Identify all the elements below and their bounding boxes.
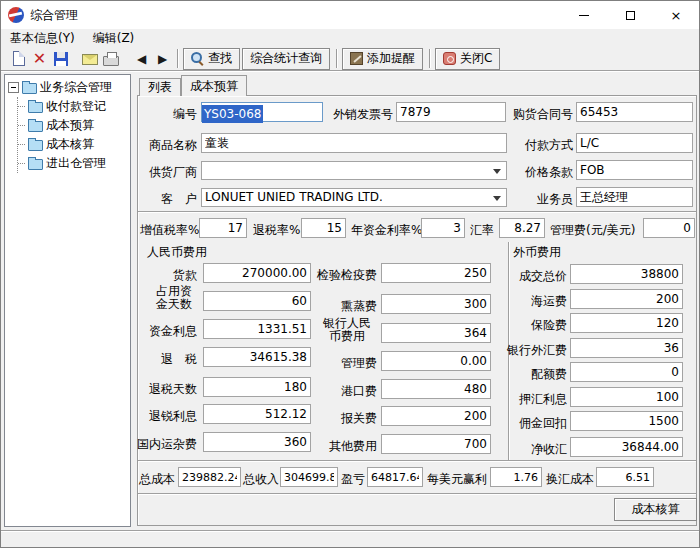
menu-edit[interactable]: 编辑(Z) (84, 30, 144, 47)
cost-accounting-button[interactable]: 成本核算 (614, 498, 697, 521)
price-terms-input[interactable] (576, 160, 693, 180)
tree-item-label: 收付款登记 (46, 98, 106, 115)
folder-icon (28, 159, 43, 170)
other-fee-label: 其他费用 (309, 438, 377, 455)
other-fee-input[interactable] (381, 434, 491, 454)
toolbar-separator (336, 49, 338, 68)
code-label: 编号 (141, 106, 197, 123)
vat-rate-input[interactable] (199, 218, 247, 238)
rebate-rate-input[interactable] (301, 218, 346, 238)
bank-forex-fee-input[interactable] (570, 338, 683, 358)
save-icon (54, 52, 68, 66)
delete-button[interactable]: ✕ (29, 48, 50, 69)
forward-button[interactable]: ▶ (152, 48, 173, 69)
mail-icon (82, 54, 98, 65)
exchange-rate-input[interactable] (499, 218, 545, 238)
rebate-interest-label: 退锐利息 (119, 408, 197, 425)
collapse-expander-icon[interactable] (8, 82, 19, 93)
toolbar-divider (1, 70, 700, 72)
customer-combobox[interactable]: LONUET UNIED TRADING LTD. (201, 188, 507, 207)
salesman-input[interactable] (576, 187, 693, 207)
contract-no-input[interactable] (576, 102, 693, 122)
mgmt-fee-input[interactable] (381, 351, 491, 371)
inspection-fee-input[interactable] (381, 263, 491, 283)
customs-fee-label: 报关费 (309, 410, 377, 427)
domestic-freight-label: 国内运杂费 (135, 436, 197, 453)
minimize-button[interactable] (561, 1, 607, 29)
rmb-fees-section-title: 人民币费用 (147, 244, 207, 261)
tree-item-warehouse-mgmt[interactable]: 进出仓管理 (18, 154, 130, 173)
close-button[interactable]: × (653, 1, 699, 29)
port-fee-input[interactable] (381, 379, 491, 399)
back-button[interactable]: ◀ (131, 48, 152, 69)
fund-interest-input[interactable] (203, 319, 311, 339)
code-input[interactable]: YS03-068 (201, 102, 323, 122)
rebate-interest-input[interactable] (203, 404, 311, 424)
fund-days-input[interactable] (203, 291, 311, 311)
profit-per-usd-input[interactable] (490, 467, 542, 487)
net-receipt-label: 净收汇 (501, 441, 567, 458)
forex-cost-input[interactable] (596, 467, 654, 487)
doc-interest-input[interactable] (570, 387, 683, 407)
tree-item-cost-accounting[interactable]: 成本核算 (18, 135, 130, 154)
invoice-no-label: 外销发票号 (317, 106, 393, 123)
toolbar-separator (177, 49, 179, 68)
window-controls: × (561, 1, 699, 29)
tax-rebate-label: 退 税 (119, 351, 197, 368)
total-income-input[interactable] (280, 467, 338, 487)
maximize-button[interactable] (607, 1, 653, 29)
close-icon: × (671, 9, 682, 22)
sea-freight-label: 海运费 (501, 293, 567, 310)
tab-list[interactable]: 列表 (139, 78, 181, 96)
total-cost-input[interactable] (178, 467, 241, 487)
reminder-icon (350, 52, 363, 65)
commission-input[interactable] (570, 411, 683, 431)
price-terms-label: 价格条款 (499, 164, 573, 181)
mail-button[interactable] (79, 48, 100, 69)
bank-forex-fee-label: 银行外汇费 (501, 342, 567, 359)
folder-icon (22, 83, 37, 94)
product-input[interactable] (201, 133, 507, 153)
customer-value: LONUET UNIED TRADING LTD. (202, 189, 506, 206)
bank-rmb-fee-input[interactable] (381, 323, 491, 343)
insurance-fee-label: 保险费 (501, 317, 567, 334)
tree-item-payment-register[interactable]: 收付款登记 (18, 97, 130, 116)
new-button[interactable] (8, 48, 29, 69)
quota-fee-input[interactable] (570, 362, 683, 382)
status-bar (1, 530, 699, 548)
domestic-freight-input[interactable] (203, 432, 311, 452)
add-reminder-button[interactable]: 添加提醒 (342, 48, 423, 70)
tax-rebate-input[interactable] (203, 347, 311, 367)
doc-interest-label: 押汇利息 (501, 391, 567, 408)
payment-input[interactable] (576, 133, 693, 153)
tab-cost-budget[interactable]: 成本预算 (181, 75, 247, 96)
goods-amount-input[interactable] (203, 263, 311, 283)
commission-label: 佣金回扣 (501, 415, 567, 432)
total-price-input[interactable] (570, 264, 683, 284)
summary-bottom-divider (138, 493, 696, 495)
net-receipt-input[interactable] (570, 437, 683, 457)
insurance-fee-input[interactable] (570, 313, 683, 333)
profit-loss-input[interactable] (367, 467, 423, 487)
salesman-label: 业务员 (499, 191, 573, 208)
save-button[interactable] (50, 48, 71, 69)
code-selected-text: YS03-068 (202, 105, 263, 123)
invoice-no-input[interactable] (396, 102, 506, 122)
mgmt-fee-rate-input[interactable] (643, 218, 695, 238)
find-button[interactable]: 查找 (183, 48, 240, 70)
tree-item-cost-budget[interactable]: 成本预算 (18, 116, 130, 135)
stats-query-button[interactable]: 综合统计查询 (242, 48, 330, 70)
toolbar: ✕ ◀ ▶ 查找 综合统计查询 添加提醒 关闭C (1, 47, 699, 70)
new-document-icon (13, 51, 25, 66)
fumigation-fee-input[interactable] (381, 294, 491, 314)
rebate-days-input[interactable] (203, 377, 311, 397)
fund-interest-label: 资金利息 (119, 323, 197, 340)
tree-root-business-mgmt[interactable]: 业务综合管理 (8, 78, 130, 97)
print-button[interactable] (100, 48, 121, 69)
sea-freight-input[interactable] (570, 289, 683, 309)
customs-fee-input[interactable] (381, 406, 491, 426)
menu-basic-info[interactable]: 基本信息(Y) (1, 30, 84, 47)
interest-rate-input[interactable] (421, 218, 465, 238)
close-form-button[interactable]: 关闭C (435, 48, 500, 70)
supplier-combobox[interactable] (201, 161, 507, 180)
